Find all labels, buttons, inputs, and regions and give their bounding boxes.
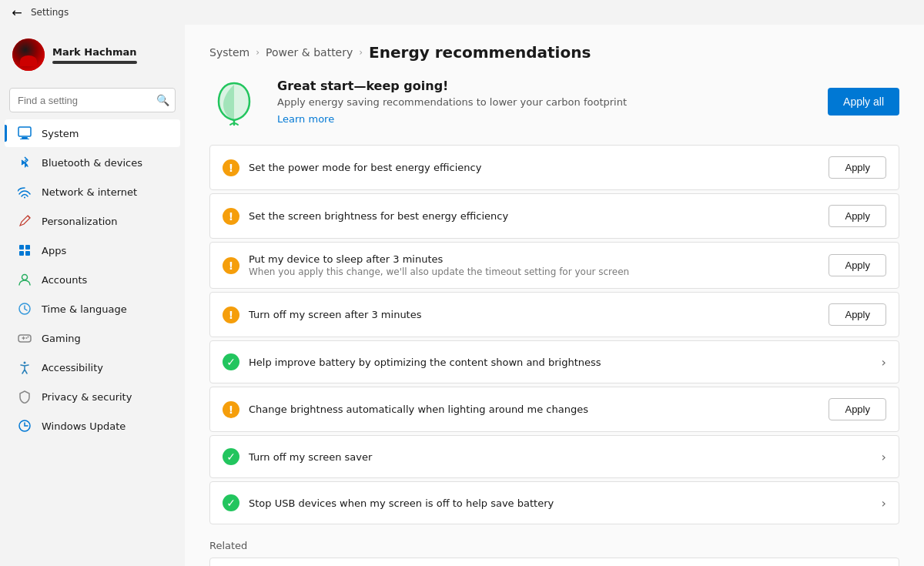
rec-card-screen-off: ! Turn off my screen after 3 minutes App… — [209, 292, 899, 337]
accessibility-icon — [17, 360, 32, 375]
svg-rect-1 — [22, 137, 28, 139]
apply-button-5[interactable]: Apply — [829, 398, 886, 420]
success-icon-4: ✓ — [223, 353, 239, 370]
nav-gaming[interactable]: Gaming — [5, 324, 180, 352]
accounts-icon — [17, 272, 32, 287]
nav-personalization[interactable]: Personalization — [5, 207, 180, 235]
hero-section: Great start—keep going! Apply energy sav… — [209, 77, 899, 126]
bluetooth-icon — [17, 155, 32, 170]
hero-text: Great start—keep going! Apply energy sav… — [277, 79, 809, 126]
rec-title-0: Set the power mode for best energy effic… — [249, 162, 819, 173]
breadcrumb-power[interactable]: Power & battery — [266, 46, 353, 59]
rec-subtitle-2: When you apply this change, we'll also u… — [249, 266, 819, 277]
svg-point-12 — [28, 337, 29, 338]
warning-icon-0: ! — [223, 159, 239, 176]
back-button[interactable]: ← — [9, 5, 25, 20]
svg-point-13 — [24, 362, 26, 364]
rec-card-power-mode: ! Set the power mode for best energy eff… — [209, 145, 899, 190]
success-icon-7: ✓ — [223, 494, 239, 511]
nav-accessibility-label: Accessibility — [42, 362, 168, 373]
breadcrumb-system[interactable]: System — [209, 46, 249, 59]
update-icon — [17, 418, 32, 434]
hero-subtitle: Apply energy saving recommendations to l… — [277, 96, 809, 108]
svg-rect-7 — [25, 251, 30, 256]
nav-privacy[interactable]: Privacy & security — [5, 383, 180, 410]
user-profile: Mark Hachman — [0, 31, 185, 79]
privacy-icon — [17, 389, 32, 404]
nav-personalization-label: Personalization — [42, 216, 168, 227]
breadcrumb-sep-1: › — [256, 47, 259, 58]
leaf-icon — [209, 77, 259, 126]
user-info: Mark Hachman — [52, 46, 137, 64]
nav-bluetooth-label: Bluetooth & devices — [42, 157, 168, 169]
chevron-right-icon-4: › — [882, 355, 886, 370]
nav-network-label: Network & internet — [42, 186, 168, 198]
nav-network[interactable]: Network & internet — [5, 178, 180, 206]
network-icon — [17, 184, 32, 199]
recommendations-list: ! Set the power mode for best energy eff… — [209, 145, 899, 524]
svg-rect-6 — [19, 251, 24, 256]
rec-card-sleep: ! Put my device to sleep after 3 minutes… — [209, 242, 899, 289]
apply-button-0[interactable]: Apply — [829, 156, 886, 179]
breadcrumb-sep-2: › — [359, 47, 363, 58]
svg-point-3 — [24, 197, 25, 199]
rec-text-4: Help improve battery by optimizing the c… — [249, 357, 872, 368]
title-bar: ← Settings — [0, 0, 924, 25]
rec-card-battery-optimize[interactable]: ✓ Help improve battery by optimizing the… — [209, 340, 899, 383]
user-bar — [52, 61, 137, 64]
nav-accounts-label: Accounts — [42, 274, 168, 286]
apply-button-2[interactable]: Apply — [829, 254, 886, 276]
time-icon — [17, 301, 32, 316]
svg-point-11 — [26, 337, 28, 339]
avatar — [12, 39, 45, 71]
system-icon — [17, 126, 32, 141]
nav-time-label: Time & language — [42, 303, 168, 315]
related-edge-card[interactable]: More about efficiency mode for Microsoft… — [209, 558, 899, 566]
search-icon: 🔍 — [156, 94, 169, 106]
rec-title-7: Stop USB devices when my screen is off t… — [249, 497, 872, 509]
rec-card-usb[interactable]: ✓ Stop USB devices when my screen is off… — [209, 481, 899, 524]
apply-button-1[interactable]: Apply — [829, 205, 886, 227]
svg-rect-2 — [20, 139, 29, 139]
user-name: Mark Hachman — [52, 46, 137, 58]
rec-text-5: Change brightness automatically when lig… — [249, 404, 819, 415]
search-input[interactable] — [9, 88, 176, 112]
rec-text-0: Set the power mode for best energy effic… — [249, 162, 819, 173]
breadcrumb: System › Power & battery › Energy recomm… — [209, 43, 899, 62]
nav-update[interactable]: Windows Update — [5, 412, 180, 440]
nav-update-label: Windows Update — [42, 420, 168, 432]
nav-apps-label: Apps — [42, 245, 168, 256]
apps-icon — [17, 243, 32, 258]
breadcrumb-current: Energy recommendations — [369, 43, 591, 62]
rec-card-screensaver[interactable]: ✓ Turn off my screen saver › — [209, 435, 899, 478]
nav-accessibility[interactable]: Accessibility — [5, 353, 180, 381]
rec-text-1: Set the screen brightness for best energ… — [249, 210, 819, 222]
warning-icon-2: ! — [223, 257, 239, 274]
chevron-right-icon-7: › — [882, 496, 886, 511]
nav-privacy-label: Privacy & security — [42, 391, 168, 403]
gaming-icon — [17, 330, 32, 346]
apply-all-button[interactable]: Apply all — [828, 88, 899, 116]
personalization-icon — [17, 213, 32, 229]
nav-system[interactable]: System — [5, 119, 180, 147]
svg-point-8 — [22, 275, 28, 280]
success-icon-6: ✓ — [223, 448, 239, 465]
rec-text-3: Turn off my screen after 3 minutes — [249, 309, 819, 320]
nav-system-label: System — [42, 128, 168, 139]
apply-button-3[interactable]: Apply — [829, 303, 886, 326]
warning-icon-3: ! — [223, 306, 239, 323]
svg-rect-5 — [25, 245, 30, 250]
rec-title-6: Turn off my screen saver — [249, 451, 872, 463]
learn-more-link[interactable]: Learn more — [277, 113, 334, 125]
rec-text-7: Stop USB devices when my screen is off t… — [249, 497, 872, 509]
related-title: Related — [209, 540, 899, 551]
nav-apps[interactable]: Apps — [5, 236, 180, 264]
rec-title-1: Set the screen brightness for best energ… — [249, 210, 819, 222]
nav-bluetooth[interactable]: Bluetooth & devices — [5, 149, 180, 176]
rec-text-2: Put my device to sleep after 3 minutes W… — [249, 253, 819, 277]
title-bar-title: Settings — [31, 7, 69, 18]
rec-text-6: Turn off my screen saver — [249, 451, 872, 463]
nav-time[interactable]: Time & language — [5, 295, 180, 323]
chevron-right-icon-6: › — [882, 450, 886, 464]
nav-accounts[interactable]: Accounts — [5, 266, 180, 293]
